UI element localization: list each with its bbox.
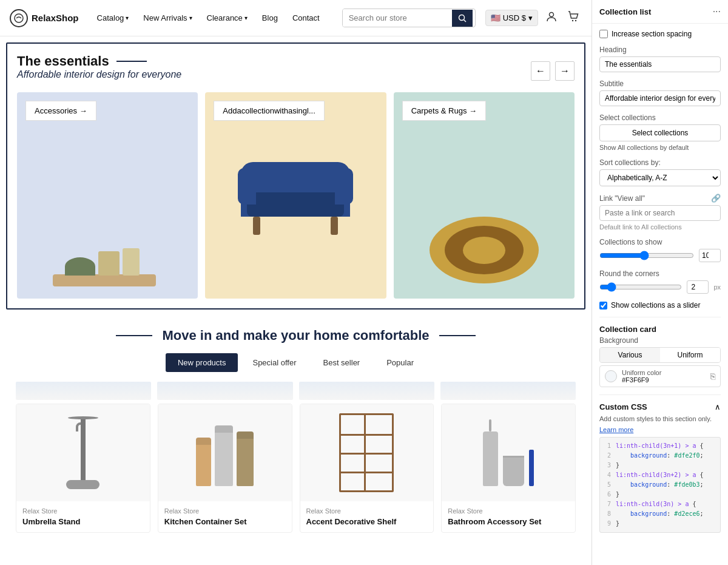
code-line-9: 9 } [605,519,715,529]
round-corners-slider[interactable] [599,282,682,292]
product-brand: Relax Store [306,507,428,515]
round-corners-label: Round the corners [599,269,721,278]
collections-to-show-slider[interactable] [599,251,694,260]
collection-card-accessories[interactable]: Accessories → [17,92,198,299]
bg-uniform-button[interactable]: Uniform [660,348,720,362]
custom-css-section: Custom CSS ∧ Add custom styles to this s… [599,402,721,533]
link-view-all-row: Link "View all" 🔗 [599,194,721,203]
collection-card-label-rugs[interactable]: Carpets & Rugs → [402,101,486,121]
product-card-umbrella[interactable]: Relax Store Umbrella Stand [16,404,150,533]
search-icon [458,14,467,22]
logo-text: RelaxShop [32,13,79,23]
product-name: Accent Decorative Shelf [306,517,428,526]
svg-point-1 [459,15,464,20]
cart-button[interactable] [565,8,582,28]
nav-contact[interactable]: Contact [286,10,326,26]
collection-section: The essentials Affordable interior desig… [6,42,585,310]
collection-subtitle: Affordable interior design for everyone [17,69,181,80]
copy-icon[interactable]: ⎘ [710,371,715,381]
round-corners-input[interactable] [687,280,709,294]
cart-icon [567,10,579,22]
product-grid: Relax Store Umbrella Stand Relax S [10,404,582,533]
code-line-5: 5 background: #fde0b3; [605,480,715,490]
title-line-decoration [116,61,147,62]
nav-links: Catalog ▾ New Arrivals ▾ Clearance ▾ Blo… [91,10,337,26]
collection-card-group: Collection card Background Various Unifo… [599,325,721,387]
collection-card-label-add[interactable]: Addacollectionwithasingl... [214,101,324,121]
svg-point-4 [572,20,573,21]
svg-line-2 [463,19,466,22]
product-card-kitchen[interactable]: Relax Store Kitchen Container Set [158,404,292,533]
next-arrow-button[interactable]: → [555,61,575,81]
collection-card-rugs[interactable]: Carpets & Rugs → [394,92,575,299]
default-link-text: Default link to All collections [599,223,721,231]
product-name: Umbrella Stand [22,517,144,526]
nav-blog[interactable]: Blog [256,10,284,26]
increase-spacing-checkbox[interactable] [599,30,608,38]
collection-card-add[interactable]: Addacollectionwithasingl... [205,92,386,299]
color-selector[interactable]: Uniform color #F3F6F9 [605,369,661,384]
tab-new-products[interactable]: New products [166,353,238,372]
sort-select[interactable]: Alphabetically, A-Z [599,169,721,186]
nav-right: 🇺🇸 USD $ ▾ [485,8,582,28]
account-button[interactable] [543,8,560,28]
product-info-umbrella: Relax Store Umbrella Stand [16,501,150,532]
collection-card-label[interactable]: Accessories → [25,101,96,121]
prev-arrow-button[interactable]: ← [531,61,550,81]
umbrella-illustration [65,416,101,489]
tab-special-offer[interactable]: Special offer [240,353,308,372]
panel-header: Collection list ··· [592,0,728,24]
select-collections-button[interactable]: Select collections [599,124,721,141]
round-corners-group: Round the corners px [599,269,721,294]
title-deco-right [439,335,476,336]
link-view-all-label: Link "View all" [599,194,645,203]
product-card-bathroom[interactable]: Relax Store Bathroom Accessory Set [441,404,576,533]
nav-arrows: ← → [531,61,575,81]
paste-link-input[interactable] [599,205,721,221]
tray-illustration [53,214,162,286]
round-corners-slider-row: px [599,280,721,294]
title-deco-left [116,335,152,336]
subtitle-input[interactable] [599,90,721,106]
background-toggle: Various Uniform [599,347,721,363]
currency-selector[interactable]: 🇺🇸 USD $ ▾ [485,10,538,26]
collections-to-show-input[interactable] [699,249,721,262]
panel-options-button[interactable]: ··· [713,6,721,17]
css-description: Add custom styles to this section only. [599,415,721,422]
nav-catalog[interactable]: Catalog ▾ [91,10,135,26]
logo[interactable]: RelaxShop [10,9,79,27]
chevron-down-icon: ▾ [189,15,192,21]
color-circle [605,370,617,382]
chevron-up-icon[interactable]: ∧ [715,402,721,411]
bg-various-button[interactable]: Various [600,348,660,362]
content-scroll[interactable]: The essentials Affordable interior desig… [0,36,592,565]
svg-point-5 [575,20,576,21]
svg-point-3 [550,13,554,17]
collection-card-image-sofa [205,92,386,299]
product-image-bathroom [442,404,575,501]
sort-label: Sort collections by: [599,158,721,167]
show-as-slider-checkbox[interactable] [599,302,607,310]
increase-spacing-row: Increase section spacing [599,30,721,38]
product-card-shelf[interactable]: Relax Store Accent Decorative Shelf [300,404,434,533]
nav-new-arrivals[interactable]: New Arrivals ▾ [137,10,198,26]
collection-header: The essentials Affordable interior desig… [17,53,575,89]
learn-more-link[interactable]: Learn more [599,426,721,433]
color-hex-value: #F3F6F9 [622,376,661,384]
search-button[interactable] [452,10,473,27]
heading-input[interactable] [599,56,721,72]
panel-title: Collection list [599,7,651,16]
chevron-down-icon: ▾ [126,15,129,21]
tab-best-seller[interactable]: Best seller [311,353,372,372]
divider [599,317,721,317]
search-input[interactable] [343,9,452,27]
tab-popular[interactable]: Popular [374,353,426,372]
subtitle-field-group: Subtitle [599,80,721,106]
logo-icon [10,9,28,27]
paste-link-row [599,205,721,221]
code-line-4: 4 li:nth-child(3n+2) > a { [605,470,715,480]
product-image-shelf [300,404,434,501]
nav-clearance[interactable]: Clearance ▾ [201,10,254,26]
panel-body: Increase section spacing Heading Subtitl… [592,24,728,539]
code-line-6: 6 } [605,490,715,499]
